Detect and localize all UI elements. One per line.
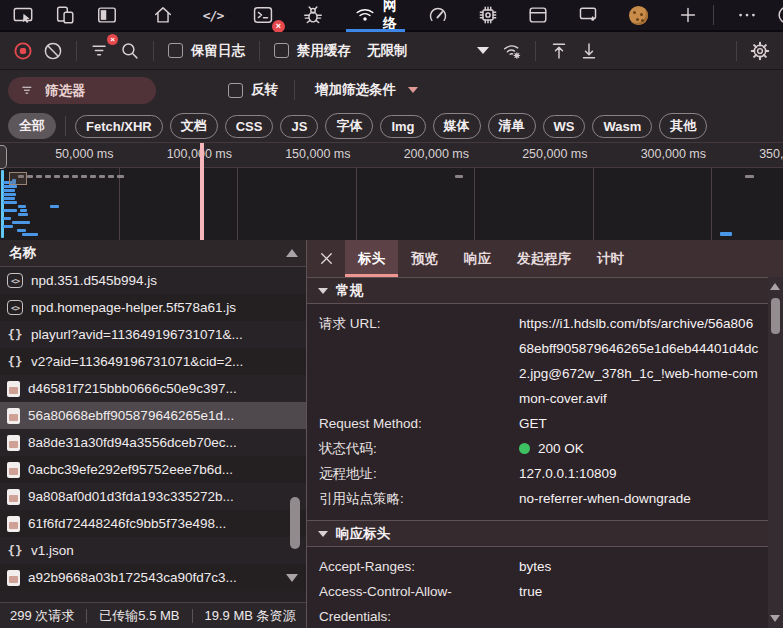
request-row[interactable]: {}playurl?avid=113649196731071&... — [0, 321, 306, 348]
more-button[interactable] — [732, 0, 762, 30]
paint-icon — [577, 4, 599, 26]
section-header[interactable]: 常规 — [307, 277, 783, 304]
invert-filter-checkbox[interactable] — [228, 83, 243, 98]
header-value: no-referrer-when-downgrade — [519, 486, 759, 511]
invert-filter-label: 反转 — [251, 81, 278, 99]
request-row[interactable]: {}v1.json — [0, 537, 306, 564]
scroll-up-arrow[interactable] — [286, 249, 298, 257]
request-row[interactable]: d46581f7215bbb0666c50e9c397... — [0, 375, 306, 402]
filter-input-pill[interactable] — [8, 77, 156, 104]
record-network-log-button[interactable] — [8, 36, 38, 66]
tab-application[interactable] — [521, 0, 555, 30]
inspect-element-button[interactable] — [8, 0, 38, 30]
preserve-log-checkbox[interactable] — [168, 43, 183, 58]
tab-styles[interactable] — [571, 0, 605, 30]
clear-network-log-button[interactable] — [38, 36, 68, 66]
timeline-tick-label: 150,000 ms — [241, 147, 351, 161]
type-filter-ws[interactable]: WS — [543, 115, 586, 138]
status-ok-dot — [519, 443, 530, 454]
scrollbar-thumb[interactable] — [771, 298, 780, 334]
tab-console[interactable]: × — [246, 0, 280, 30]
tab-home[interactable] — [146, 0, 180, 30]
type-filter--[interactable]: 清单 — [488, 113, 536, 139]
tab-performance[interactable] — [421, 0, 455, 30]
throttling-dropdown[interactable]: 无限制 — [367, 42, 489, 60]
request-row[interactable]: <>npd.homepage-helper.5f578a61.js — [0, 294, 306, 321]
request-row[interactable]: 9a808af0d01d3fda193c335272b... — [0, 483, 306, 510]
section-header[interactable]: 响应标头 — [307, 520, 783, 547]
type-filter--[interactable]: 全部 — [8, 113, 56, 139]
detail-tab-计时[interactable]: 计时 — [584, 240, 637, 277]
settings-gear-button[interactable] — [745, 36, 775, 66]
header-value: bytes — [519, 554, 759, 579]
scrollbar-thumb[interactable] — [290, 497, 300, 549]
request-bar — [3, 189, 15, 192]
request-bar-gray — [72, 175, 78, 178]
type-filter--[interactable]: 其他 — [659, 113, 707, 139]
separator — [192, 609, 193, 623]
storage-icon — [527, 4, 549, 26]
name-column-header[interactable]: 名称 — [0, 240, 306, 267]
request-bar — [720, 232, 732, 236]
request-name: 9a808af0d01d3fda193c335272b... — [28, 489, 234, 504]
detail-tabs: 标头预览响应发起程序计时 — [307, 240, 783, 277]
type-filter-fetch-xhr[interactable]: Fetch/XHR — [75, 115, 163, 138]
network-overview-timeline[interactable]: 50,000 ms100,000 ms150,000 ms200,000 ms2… — [0, 143, 783, 240]
detail-tab-预览[interactable]: 预览 — [398, 240, 451, 277]
disable-cache-checkbox[interactable] — [274, 43, 289, 58]
header-name: 远程地址: — [319, 461, 519, 486]
responsive-design-button[interactable] — [50, 0, 80, 30]
request-row[interactable]: 61f6fd72448246fc9bb5f73e498... — [0, 510, 306, 537]
tab-network-label: 网络 — [383, 0, 397, 33]
more-filters-dropdown[interactable]: 增加筛选条件 — [315, 81, 418, 99]
type-filter--[interactable]: 媒体 — [433, 113, 481, 139]
search-button[interactable] — [115, 36, 145, 66]
tab-sources[interactable]: </> — [196, 0, 230, 30]
image-file-icon — [7, 381, 20, 397]
filter-toggle-button[interactable]: × — [85, 36, 115, 66]
detail-tab-标头[interactable]: 标头 — [345, 240, 398, 277]
separator — [535, 41, 536, 61]
request-row[interactable]: 8a8de31a30fd94a3556dceb70ec... — [0, 429, 306, 456]
filter-input[interactable] — [43, 82, 142, 99]
clear-icon — [42, 40, 64, 62]
close-detail-button[interactable] — [307, 240, 345, 277]
scroll-down-arrow[interactable] — [286, 574, 298, 582]
request-name: 8a8de31a30fd94a3556dceb70ec... — [28, 435, 237, 450]
tab-more-tabs[interactable] — [671, 0, 705, 30]
type-filter-css[interactable]: CSS — [225, 115, 274, 138]
network-conditions-button[interactable] — [497, 36, 527, 66]
header-row: Request Method:GET — [307, 411, 783, 436]
request-bar-gray — [45, 175, 51, 178]
type-filter--[interactable]: 文档 — [170, 113, 218, 139]
request-name: v2?aid=113649196731071&cid=2... — [31, 354, 243, 369]
help-button[interactable] — [772, 0, 783, 30]
overview-range-handle[interactable] — [0, 145, 7, 169]
header-value: 200 OK — [519, 436, 759, 461]
export-har-button[interactable] — [574, 36, 604, 66]
scroll-up-arrow[interactable] — [770, 283, 780, 290]
import-har-button[interactable] — [544, 36, 574, 66]
tab-memory[interactable] — [471, 0, 505, 30]
scroll-down-arrow[interactable] — [770, 615, 780, 622]
type-filter-img[interactable]: Img — [380, 115, 425, 138]
dock-panel-button[interactable] — [92, 0, 122, 30]
more-icon — [736, 4, 758, 26]
request-row[interactable]: <>npd.351.d545b994.js — [0, 267, 306, 294]
detail-tab-发起程序[interactable]: 发起程序 — [504, 240, 584, 277]
request-row[interactable]: 0acbc39efe292ef95752eee7b6d... — [0, 456, 306, 483]
request-row[interactable]: 56a80668ebff905879646265e1d... — [0, 402, 306, 429]
request-row[interactable]: {}v2?aid=113649196731071&cid=2... — [0, 348, 306, 375]
timeline-tick-label: 250,000 ms — [478, 147, 588, 161]
detail-scrollbar[interactable] — [768, 277, 783, 628]
console-icon — [252, 4, 274, 26]
tab-cookies[interactable] — [621, 0, 655, 30]
type-filter-js[interactable]: JS — [280, 115, 318, 138]
request-row[interactable]: a92b9668a03b172543ca90fd7c3... — [0, 564, 306, 591]
type-filter--[interactable]: 字体 — [325, 113, 373, 139]
tab-debugger[interactable] — [296, 0, 330, 30]
request-bar — [18, 213, 28, 216]
detail-tab-响应[interactable]: 响应 — [451, 240, 504, 277]
type-filter-wasm[interactable]: Wasm — [592, 115, 652, 138]
tab-network[interactable]: 网络 — [346, 0, 405, 30]
